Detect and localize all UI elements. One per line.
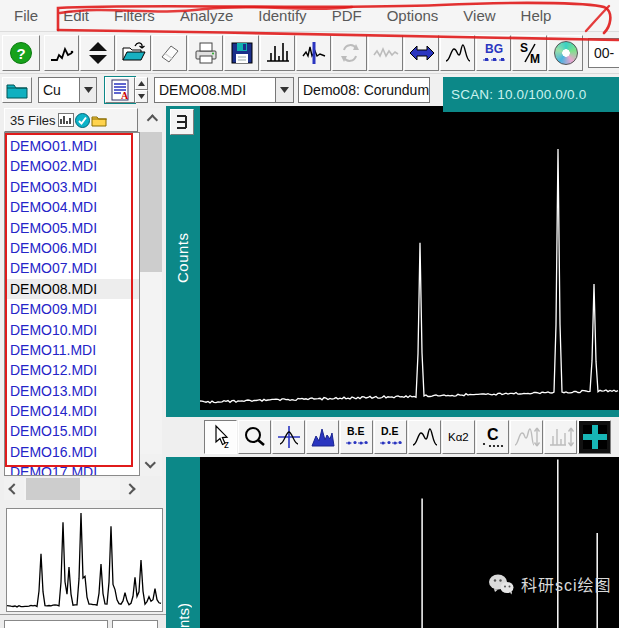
main-pattern-chart[interactable] — [200, 106, 619, 410]
folder-mini-icon — [91, 114, 107, 127]
bottom-field-stub[interactable] — [4, 620, 108, 628]
horizontal-scrollbar-thumb[interactable] — [26, 478, 80, 500]
file-item[interactable]: DEMO11.MDI — [5, 340, 139, 360]
spin-down-button[interactable] — [135, 90, 148, 103]
anode-dropdown-button[interactable] — [80, 77, 97, 103]
file-combo-field[interactable]: DEMO08.MDI — [154, 77, 276, 103]
file-item[interactable]: DEMO01.MDI — [5, 136, 139, 156]
profile-peaks-button[interactable] — [408, 420, 441, 454]
menu-filters[interactable]: Filters — [114, 7, 155, 24]
scroll-right-button[interactable] — [120, 478, 140, 500]
report-icon: A — [110, 79, 130, 101]
sort-button[interactable] — [80, 35, 115, 71]
file-item[interactable]: DEMO10.MDI — [5, 320, 139, 340]
cursor-z-button[interactable]: z — [204, 420, 237, 454]
anode-field[interactable]: Cu — [38, 77, 80, 103]
menu-view[interactable]: View — [463, 7, 495, 24]
calibrate-button[interactable]: C — [476, 420, 509, 454]
spin-up-button[interactable] — [135, 77, 148, 90]
svg-text:z: z — [224, 439, 229, 450]
menu-pdf[interactable]: PDF — [332, 7, 362, 24]
profile-fit-button[interactable] — [296, 35, 331, 71]
report-button[interactable]: A — [105, 77, 135, 103]
scroll-left-button[interactable] — [4, 478, 24, 500]
cycle-button[interactable] — [332, 35, 367, 71]
file-item[interactable]: DEMO03.MDI — [5, 177, 139, 197]
file-item[interactable]: DEMO05.MDI — [5, 218, 139, 238]
file-item-selected[interactable]: DEMO08.MDI — [5, 279, 139, 299]
svg-text:Kα2: Kα2 — [448, 431, 469, 443]
cd-disc-icon — [554, 41, 578, 65]
erase-button[interactable] — [152, 35, 187, 71]
file-combo-dropdown[interactable] — [276, 77, 294, 103]
menu-help[interactable]: Help — [521, 7, 552, 24]
save-button[interactable] — [224, 35, 259, 71]
overlay-peaks-button[interactable] — [440, 35, 475, 71]
menu-identify[interactable]: Identify — [258, 7, 306, 24]
file-item-partial[interactable]: DEMO17.MDI — [5, 462, 139, 476]
stick-scale-button[interactable] — [544, 420, 577, 454]
menu-edit[interactable]: Edit — [63, 7, 89, 24]
file-toolbar: Cu A DEMO08.MDI Demo08: Coru — [0, 74, 443, 106]
file-item[interactable]: DEMO04.MDI — [5, 197, 139, 217]
file-item[interactable]: DEMO15.MDI — [5, 421, 139, 441]
smooth-button[interactable]: S M — [512, 35, 547, 71]
file-item[interactable]: DEMO09.MDI — [5, 299, 139, 319]
pan-button[interactable] — [404, 35, 439, 71]
cursor-arrow-icon: z — [208, 424, 234, 450]
file-item[interactable]: DEMO06.MDI — [5, 238, 139, 258]
vertical-scrollbar-track[interactable] — [140, 132, 162, 454]
background-button[interactable]: BG — [476, 35, 511, 71]
scroll-down-button[interactable] — [140, 454, 162, 476]
cd-database-button[interactable] — [548, 35, 583, 71]
chevron-down-icon — [280, 87, 289, 93]
scroll-up-button[interactable] — [140, 108, 162, 132]
open-file-button[interactable] — [116, 35, 151, 71]
file-item[interactable]: DEMO16.MDI — [5, 442, 139, 462]
file-listbox[interactable]: DEMO01.MDI DEMO02.MDI DEMO03.MDI DEMO04.… — [4, 132, 140, 476]
diffraction-edit-button[interactable]: D.E — [374, 420, 407, 454]
file-item[interactable]: DEMO13.MDI — [5, 381, 139, 401]
peak-cursor-button[interactable] — [272, 420, 305, 454]
pdf-number-field[interactable]: 00- — [588, 38, 619, 68]
crosshair-grid-button[interactable] — [578, 420, 611, 454]
crosshair-icon — [583, 425, 607, 449]
sort-up-down-icon — [85, 40, 111, 66]
peak-labels-button[interactable] — [260, 35, 295, 71]
svg-text:A: A — [121, 90, 129, 101]
svg-text:C: C — [487, 426, 499, 443]
scan-id-field[interactable]: Demo08: Corundum — [298, 77, 430, 103]
background-edit-button[interactable]: B.E — [340, 420, 373, 454]
folder-button[interactable] — [2, 77, 32, 103]
zoom-button[interactable] — [238, 420, 271, 454]
menu-file[interactable]: File — [14, 7, 38, 24]
handle-grip-icon — [174, 113, 190, 131]
left-right-arrows-icon — [409, 40, 435, 66]
retrieve-button[interactable] — [44, 35, 79, 71]
trace-button[interactable] — [368, 35, 403, 71]
peak-scale-button[interactable] — [510, 420, 543, 454]
file-item[interactable]: DEMO14.MDI — [5, 401, 139, 421]
svg-text:BG: BG — [485, 42, 503, 56]
menu-options[interactable]: Options — [387, 7, 439, 24]
thumbnail-plot[interactable] — [6, 508, 163, 612]
vertical-scrollbar-thumb[interactable] — [140, 132, 162, 272]
horizontal-scrollbar[interactable] — [4, 478, 140, 500]
check-circle-icon — [75, 113, 90, 128]
help-button[interactable]: ? — [2, 35, 40, 71]
chevron-down-icon — [145, 457, 156, 468]
file-item[interactable]: DEMO12.MDI — [5, 360, 139, 380]
ka2-strip-button[interactable]: Kα2 — [442, 420, 475, 454]
bottom-field-stub[interactable] — [112, 620, 158, 628]
file-item[interactable]: DEMO02.MDI — [5, 156, 139, 176]
files-header-button[interactable]: 35 Files — [4, 108, 138, 132]
open-folder-icon — [121, 40, 147, 66]
menu-analyze[interactable]: Analyze — [180, 7, 233, 24]
ka2-icon: Kα2 — [446, 424, 472, 450]
file-item[interactable]: DEMO07.MDI — [5, 258, 139, 278]
report-spinner — [135, 77, 148, 103]
print-button[interactable] — [188, 35, 223, 71]
panel-handle-button[interactable] — [170, 109, 194, 135]
zoomed-pattern-chart[interactable] — [200, 457, 619, 628]
area-peaks-button[interactable] — [306, 420, 339, 454]
